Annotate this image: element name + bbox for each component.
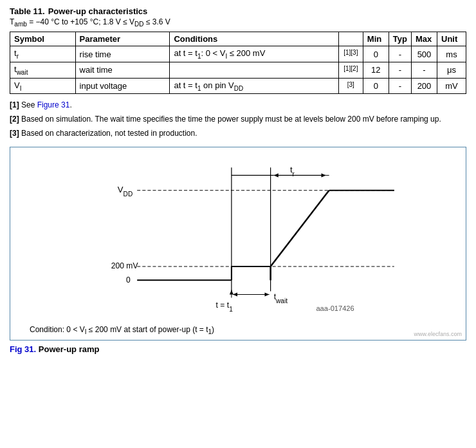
svg-marker-19 [230,290,233,295]
conditions-cell: at t = t1 on pin VDD [170,78,338,94]
min-cell: 12 [363,62,389,78]
min-cell: 0 [363,78,389,94]
refs-cell: [3] [338,78,363,94]
max-cell: - [412,62,437,78]
characteristics-table: Symbol Parameter Conditions Min Typ Max … [10,32,466,94]
svg-text:twait: twait [274,292,288,304]
col-min: Min [363,32,389,46]
figure-caption: Fig 31. Power-up ramp [10,344,466,354]
refs-cell: [1][2] [338,62,363,78]
fig-label: Fig 31. [10,344,36,354]
svg-marker-8 [274,174,279,178]
table-subtitle: Tamb = −40 °C to +105 °C; 1.8 V ≤ VDD ≤ … [10,17,466,28]
parameter-cell: input voltage [75,78,170,94]
unit-cell: ms [437,46,466,62]
note-1: [1] See Figure 31. [10,99,466,111]
svg-marker-9 [322,174,326,178]
conditions-cell: at t = t1: 0 < VI ≤ 200 mV [170,46,338,62]
unit-cell: mV [437,78,466,94]
parameter-cell: wait time [75,62,170,78]
min-cell: 0 [363,46,389,62]
svg-marker-15 [233,293,237,297]
conditions-cell [170,62,338,78]
note-2: [2] Based on simulation. The wait time s… [10,113,466,125]
typ-cell: - [389,62,411,78]
table-label: Table 11. [10,6,45,16]
svg-text:aaa-017426: aaa-017426 [316,304,354,312]
col-unit: Unit [437,32,466,46]
symbol-cell: twait [10,62,76,78]
diagram-inner: VDD 200 mV 0 [17,154,459,321]
figure-31-link[interactable]: Figure 31 [37,100,70,109]
svg-text:tr: tr [290,165,295,178]
svg-text:0: 0 [126,275,131,285]
table-title-row: Table 11. Power-up characteristics [10,6,466,16]
max-cell: 500 [412,46,437,62]
symbol-cell: tr [10,46,76,62]
refs-cell: [1][3] [338,46,363,62]
table-header-row: Symbol Parameter Conditions Min Typ Max … [10,32,466,46]
table-row: VI input voltage at t = t1 on pin VDD [3… [10,78,466,94]
col-typ: Typ [389,32,411,46]
typ-cell: - [389,78,411,94]
svg-text:t = t1: t = t1 [216,301,233,313]
waveform-svg: VDD 200 mV 0 [17,154,459,321]
watermark: www.elecfans.com [414,331,462,337]
table-description: Power-up characteristics [48,6,148,16]
table-row: tr rise time at t = t1: 0 < VI ≤ 200 mV … [10,46,466,62]
notes-section: [1] See Figure 31. [2] Based on simulati… [10,99,466,139]
typ-cell: - [389,46,411,62]
waveform-diagram: VDD 200 mV 0 [10,147,466,340]
table-row: twait wait time [1][2] 12 - - μs [10,62,466,78]
col-max: Max [412,32,437,46]
col-symbol: Symbol [10,32,76,46]
svg-text:VDD: VDD [118,185,133,197]
col-refs [338,32,363,46]
symbol-cell: VI [10,78,76,94]
svg-text:200 mV: 200 mV [111,261,139,270]
col-conditions: Conditions [170,32,338,46]
note-3: [3] Based on characterization, not teste… [10,127,466,139]
condition-text: Condition: 0 < VI ≤ 200 mV at start of p… [17,325,459,335]
svg-marker-16 [264,293,269,297]
parameter-cell: rise time [75,46,170,62]
max-cell: 200 [412,78,437,94]
fig-title: Power-up ramp [39,344,100,354]
unit-cell: μs [437,62,466,78]
col-parameter: Parameter [75,32,170,46]
